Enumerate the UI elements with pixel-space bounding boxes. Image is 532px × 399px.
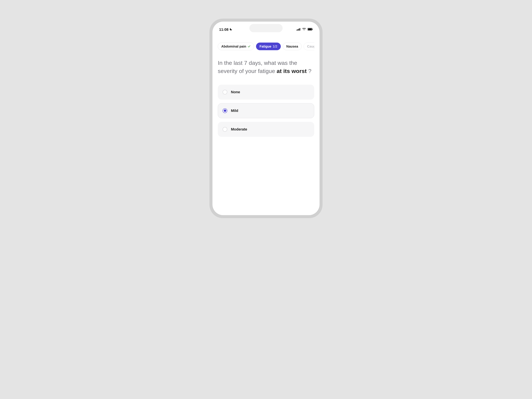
svg-rect-5	[308, 28, 312, 30]
phone-screen: 11:08	[212, 22, 320, 215]
wifi-icon	[302, 28, 306, 31]
chip-label: Caugh	[307, 44, 314, 48]
cellular-icon	[297, 28, 301, 31]
chip-label: Abdominal pain	[221, 44, 246, 48]
question-text: In the last 7 days, what was the severit…	[218, 59, 314, 75]
option-label: None	[231, 90, 240, 94]
check-icon	[247, 45, 251, 48]
status-time: 11:08	[219, 27, 228, 32]
option-mild[interactable]: Mild	[218, 103, 314, 118]
svg-rect-0	[297, 30, 297, 31]
battery-icon	[308, 28, 313, 31]
chip-label: Fatigue	[260, 44, 271, 48]
symptom-chips: Abdominal pain Fatigue 1/2 Nausea Caugh	[218, 43, 314, 50]
option-label: Mild	[231, 108, 238, 113]
svg-rect-3	[300, 28, 300, 31]
chip-abdominal-pain[interactable]: Abdominal pain	[218, 43, 254, 50]
moon-icon	[229, 27, 232, 32]
svg-rect-2	[298, 29, 299, 31]
question-suffix: ?	[307, 68, 311, 74]
option-none[interactable]: None	[218, 85, 314, 100]
chip-count: 1/2	[273, 44, 277, 48]
options-list: None Mild Moderate	[218, 85, 314, 137]
svg-rect-6	[312, 29, 313, 30]
radio-icon	[223, 108, 227, 113]
svg-rect-1	[298, 29, 298, 31]
chip-fatigue[interactable]: Fatigue 1/2	[256, 43, 281, 50]
question-bold: at its worst	[277, 68, 307, 74]
option-moderate[interactable]: Moderate	[218, 122, 314, 137]
chip-label: Nausea	[286, 44, 298, 48]
chip-nausea[interactable]: Nausea	[283, 43, 302, 50]
dynamic-island	[249, 24, 283, 32]
phone-frame: 11:08	[209, 19, 323, 218]
radio-icon	[223, 127, 227, 132]
radio-icon	[223, 90, 227, 95]
option-label: Moderate	[231, 127, 247, 132]
chip-caugh[interactable]: Caugh	[304, 43, 314, 50]
